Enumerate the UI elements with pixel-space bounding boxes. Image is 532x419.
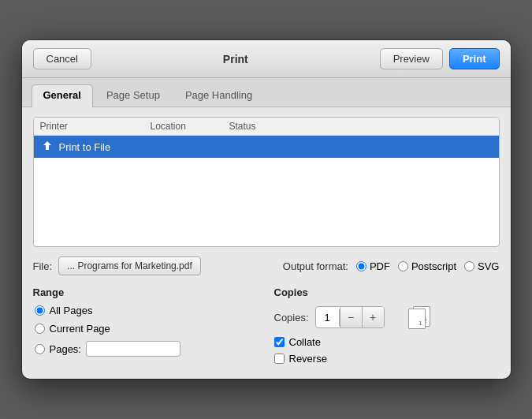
content-area: Printer Location Status Print to File (22, 107, 511, 379)
header-printer: Printer (40, 121, 151, 132)
format-svg[interactable]: SVG (464, 260, 499, 272)
collate-checkbox[interactable] (274, 337, 285, 347)
format-postscript-label: Postscript (411, 260, 456, 272)
tabs-bar: General Page Setup Page Handling (22, 78, 511, 107)
header-location: Location (151, 121, 229, 132)
copies-title: Copies (274, 286, 500, 298)
file-row: File: ... Programs for Marketing.pdf Out… (33, 256, 500, 275)
printer-file-icon (40, 140, 54, 154)
print-button[interactable]: Print (449, 48, 500, 69)
collate-icon: 2 1 (407, 305, 432, 330)
copies-increment[interactable]: + (362, 307, 384, 327)
copies-row: Copies: 1 − + 2 1 (274, 305, 500, 330)
header-status: Status (229, 121, 493, 132)
dialog-title: Print (91, 53, 380, 65)
tab-page-setup[interactable]: Page Setup (95, 84, 172, 107)
printer-list: Printer Location Status Print to File (33, 117, 500, 247)
output-format-label: Output format: (283, 260, 348, 272)
range-section: Range All Pages Current Page Pages: (33, 286, 259, 369)
format-postscript[interactable]: Postscript (398, 260, 456, 272)
reverse-label: Reverse (289, 353, 327, 365)
printer-list-body: Print to File (34, 136, 499, 246)
range-pages[interactable]: Pages: (35, 341, 259, 357)
printer-name: Print to File (59, 141, 111, 153)
range-current-page[interactable]: Current Page (35, 323, 259, 335)
collate-page-front: 1 (408, 309, 426, 329)
collate-label: Collate (289, 336, 321, 348)
range-options: All Pages Current Page Pages: (33, 305, 259, 357)
printer-row[interactable]: Print to File (34, 136, 499, 158)
printer-list-header: Printer Location Status (34, 118, 499, 136)
range-all-pages-label: All Pages (50, 305, 93, 316)
preview-button[interactable]: Preview (380, 48, 443, 69)
copies-label: Copies: (274, 312, 309, 324)
reverse-row[interactable]: Reverse (274, 353, 500, 365)
file-chooser-button[interactable]: ... Programs for Marketing.pdf (58, 256, 201, 275)
collate-row[interactable]: Collate (274, 336, 500, 348)
title-bar: Cancel Print Preview Print (22, 40, 511, 78)
tab-general[interactable]: General (32, 84, 93, 107)
copies-decrement[interactable]: − (340, 307, 362, 327)
pages-input[interactable] (86, 341, 180, 357)
tab-page-handling[interactable]: Page Handling (173, 84, 264, 107)
copies-control: 1 − + (315, 306, 385, 328)
copies-number: 1 (316, 309, 340, 326)
cancel-button[interactable]: Cancel (33, 48, 91, 69)
format-pdf-label: PDF (370, 260, 390, 272)
range-current-page-label: Current Page (50, 323, 110, 335)
output-format-group: Output format: PDF Postscript SVG (207, 260, 500, 272)
format-pdf[interactable]: PDF (356, 260, 390, 272)
file-label: File: (33, 260, 53, 272)
range-pages-label: Pages: (50, 343, 81, 355)
copies-section: Copies Copies: 1 − + 2 1 (274, 286, 500, 369)
print-dialog: Cancel Print Preview Print General Page … (22, 40, 511, 379)
reverse-checkbox[interactable] (274, 354, 285, 364)
range-title: Range (33, 286, 259, 298)
range-all-pages[interactable]: All Pages (35, 305, 259, 316)
range-copies-section: Range All Pages Current Page Pages: (33, 286, 500, 369)
format-svg-label: SVG (478, 260, 499, 272)
